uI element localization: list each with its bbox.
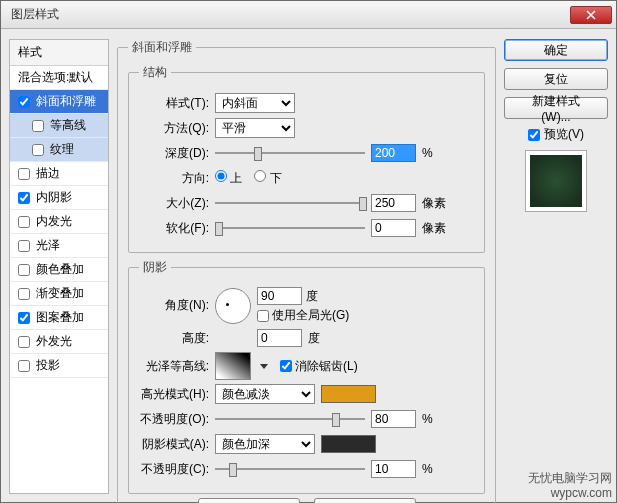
depth-input[interactable] <box>371 144 416 162</box>
style-item-drop-shadow[interactable]: 投影 <box>10 354 108 378</box>
titlebar: 图层样式 <box>1 1 616 29</box>
window-title: 图层样式 <box>11 6 59 23</box>
style-check-outer-glow[interactable] <box>18 336 30 348</box>
depth-slider[interactable] <box>215 144 365 162</box>
preview-thumbnail <box>525 150 587 212</box>
preview-checkbox[interactable] <box>528 129 540 141</box>
layer-style-dialog: 图层样式 样式 混合选项:默认 斜面和浮雕 等高线 纹理 描边 内阴影 内发光 … <box>0 0 617 503</box>
size-input[interactable] <box>371 194 416 212</box>
shadow-mode-label: 阴影模式(A): <box>139 436 209 453</box>
chevron-down-icon[interactable] <box>260 364 268 369</box>
shadow-opacity-label: 不透明度(C): <box>139 461 209 478</box>
soften-slider[interactable] <box>215 219 365 237</box>
highlight-mode-select[interactable]: 颜色减淡 <box>215 384 315 404</box>
style-item-contour[interactable]: 等高线 <box>10 114 108 138</box>
angle-dial[interactable] <box>215 288 251 324</box>
blending-options-item[interactable]: 混合选项:默认 <box>10 66 108 90</box>
size-unit: 像素 <box>422 195 446 212</box>
style-check-inner-shadow[interactable] <box>18 192 30 204</box>
style-check-pattern-overlay[interactable] <box>18 312 30 324</box>
bevel-fieldset: 斜面和浮雕 结构 样式(T): 内斜面 方法(Q): 平滑 深度(D): <box>117 39 496 503</box>
styles-header: 样式 <box>10 40 108 66</box>
style-item-pattern-overlay[interactable]: 图案叠加 <box>10 306 108 330</box>
new-style-button[interactable]: 新建样式(W)... <box>504 97 608 119</box>
style-item-bevel[interactable]: 斜面和浮雕 <box>10 90 108 114</box>
size-slider[interactable] <box>215 194 365 212</box>
style-check-color-overlay[interactable] <box>18 264 30 276</box>
direction-label: 方向: <box>139 170 209 187</box>
style-item-inner-shadow[interactable]: 内阴影 <box>10 186 108 210</box>
style-item-gradient-overlay[interactable]: 渐变叠加 <box>10 282 108 306</box>
style-item-inner-glow[interactable]: 内发光 <box>10 210 108 234</box>
highlight-opacity-slider[interactable] <box>215 410 365 428</box>
depth-unit: % <box>422 146 442 160</box>
depth-label: 深度(D): <box>139 145 209 162</box>
style-check-texture[interactable] <box>32 144 44 156</box>
soften-input[interactable] <box>371 219 416 237</box>
technique-select[interactable]: 平滑 <box>215 118 295 138</box>
style-check-drop-shadow[interactable] <box>18 360 30 372</box>
shadow-opacity-slider[interactable] <box>215 460 365 478</box>
style-check-satin[interactable] <box>18 240 30 252</box>
style-check-stroke[interactable] <box>18 168 30 180</box>
shading-fieldset: 阴影 角度(N): 度 使用全局光(G) 高度: <box>128 259 485 494</box>
shadow-mode-select[interactable]: 颜色加深 <box>215 434 315 454</box>
shadow-color-swatch[interactable] <box>321 435 376 453</box>
action-column: 确定 复位 新建样式(W)... 预览(V) <box>504 39 608 494</box>
style-item-stroke[interactable]: 描边 <box>10 162 108 186</box>
highlight-color-swatch[interactable] <box>321 385 376 403</box>
soften-label: 软化(F): <box>139 220 209 237</box>
bevel-legend: 斜面和浮雕 <box>128 39 196 56</box>
highlight-opacity-unit: % <box>422 412 442 426</box>
style-select[interactable]: 内斜面 <box>215 93 295 113</box>
altitude-unit: 度 <box>308 330 328 347</box>
structure-legend: 结构 <box>139 64 171 81</box>
highlight-mode-label: 高光模式(H): <box>139 386 209 403</box>
altitude-label: 高度: <box>139 330 209 347</box>
style-item-satin[interactable]: 光泽 <box>10 234 108 258</box>
shadow-opacity-unit: % <box>422 462 442 476</box>
close-icon <box>586 10 596 20</box>
style-label: 样式(T): <box>139 95 209 112</box>
angle-unit: 度 <box>306 288 326 305</box>
cancel-button[interactable]: 复位 <box>504 68 608 90</box>
ok-button[interactable]: 确定 <box>504 39 608 61</box>
make-default-button[interactable]: 设置为默认值 <box>198 498 300 503</box>
structure-fieldset: 结构 样式(T): 内斜面 方法(Q): 平滑 深度(D): % <box>128 64 485 253</box>
style-item-color-overlay[interactable]: 颜色叠加 <box>10 258 108 282</box>
shading-legend: 阴影 <box>139 259 171 276</box>
styles-list: 样式 混合选项:默认 斜面和浮雕 等高线 纹理 描边 内阴影 内发光 光泽 颜色… <box>9 39 109 494</box>
technique-label: 方法(Q): <box>139 120 209 137</box>
direction-down[interactable]: 下 <box>254 170 281 187</box>
antialias-check[interactable]: 消除锯齿(L) <box>280 358 358 375</box>
reset-default-button[interactable]: 复位为默认值 <box>314 498 416 503</box>
highlight-opacity-input[interactable] <box>371 410 416 428</box>
soften-unit: 像素 <box>422 220 446 237</box>
angle-label: 角度(N): <box>139 297 209 314</box>
gloss-contour-label: 光泽等高线: <box>139 358 209 375</box>
style-check-contour[interactable] <box>32 120 44 132</box>
preview-toggle[interactable]: 预览(V) <box>504 126 608 143</box>
style-item-texture[interactable]: 纹理 <box>10 138 108 162</box>
close-button[interactable] <box>570 6 612 24</box>
highlight-opacity-label: 不透明度(O): <box>139 411 209 428</box>
altitude-input[interactable] <box>257 329 302 347</box>
style-check-inner-glow[interactable] <box>18 216 30 228</box>
global-light-check[interactable]: 使用全局光(G) <box>257 307 349 324</box>
style-check-bevel[interactable] <box>18 96 30 108</box>
dialog-body: 样式 混合选项:默认 斜面和浮雕 等高线 纹理 描边 内阴影 内发光 光泽 颜色… <box>1 29 616 502</box>
shadow-opacity-input[interactable] <box>371 460 416 478</box>
style-item-outer-glow[interactable]: 外发光 <box>10 330 108 354</box>
size-label: 大小(Z): <box>139 195 209 212</box>
direction-up[interactable]: 上 <box>215 170 242 187</box>
angle-input[interactable] <box>257 287 302 305</box>
settings-panel: 斜面和浮雕 结构 样式(T): 内斜面 方法(Q): 平滑 深度(D): <box>117 39 496 494</box>
style-check-gradient-overlay[interactable] <box>18 288 30 300</box>
gloss-contour-picker[interactable] <box>215 352 251 380</box>
preview-image <box>530 155 582 207</box>
